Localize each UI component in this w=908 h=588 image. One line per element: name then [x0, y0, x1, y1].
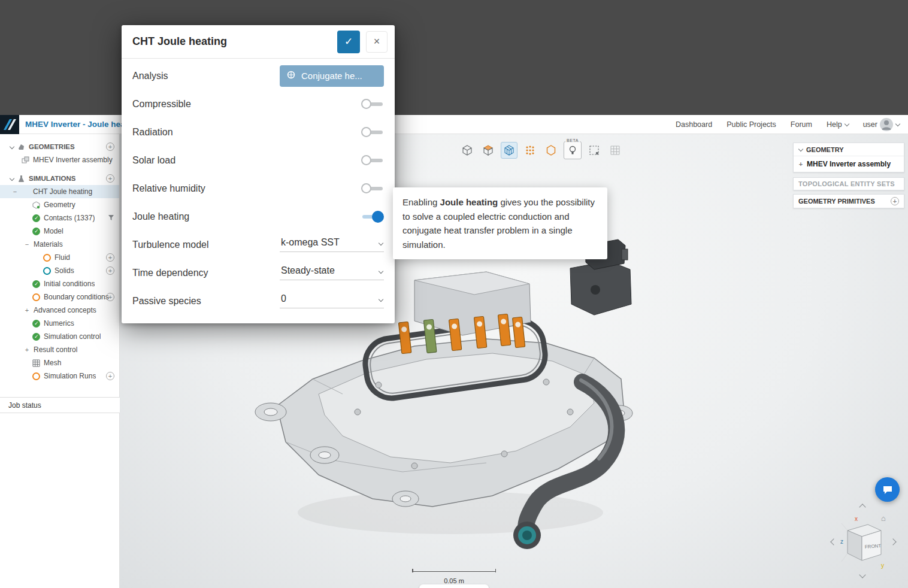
- mesh-clip-icon[interactable]: [607, 142, 624, 159]
- chat-bubble-icon: [882, 484, 894, 496]
- sidebar-item-cht-joule-heating[interactable]: CHT Joule heating: [0, 185, 119, 198]
- user-label: user: [863, 120, 877, 129]
- incomplete-ring-icon: [32, 372, 40, 380]
- sidebar-item-result-control[interactable]: Result control: [0, 343, 119, 356]
- sidebar-item-fluid[interactable]: Fluid: [0, 251, 119, 264]
- cube-front-label: FRONT: [865, 543, 882, 550]
- topological-entity-sets-header[interactable]: TOPOLOGICAL ENTITY SETS: [793, 177, 904, 190]
- check-circle-icon: [32, 214, 40, 222]
- avatar: [880, 118, 893, 131]
- sidebar-item-geometries[interactable]: GEOMETRIES: [0, 140, 119, 153]
- sidebar-item-contacts[interactable]: Contacts (1337): [0, 211, 119, 225]
- compressible-toggle[interactable]: [361, 98, 384, 110]
- sidebar-item-initial-conditions[interactable]: Initial conditions: [0, 277, 119, 290]
- sidebar-item-simulation-control[interactable]: Simulation control: [0, 330, 119, 343]
- simulation-icon: [22, 188, 29, 196]
- chevron-down-icon: [895, 122, 900, 126]
- perspective-cube-icon[interactable]: [459, 142, 476, 159]
- app-logo[interactable]: [0, 115, 19, 134]
- scale-slider[interactable]: [419, 584, 489, 588]
- passive-species-select[interactable]: 0: [280, 293, 384, 308]
- collapse-icon[interactable]: [24, 241, 30, 248]
- geometry-primitives-header[interactable]: GEOMETRY PRIMITIVES: [793, 194, 904, 208]
- rotate-right-icon[interactable]: [891, 539, 897, 545]
- box-select-icon[interactable]: [586, 142, 603, 159]
- nav-forum[interactable]: Forum: [791, 120, 812, 129]
- sidebar-item-simulation-runs[interactable]: Simulation Runs: [0, 369, 119, 383]
- geometry-faces-icon[interactable]: [480, 142, 497, 159]
- rotate-up-icon[interactable]: [859, 503, 865, 509]
- joule-heating-tooltip: Enabling Joule heating gives you the pos…: [393, 187, 607, 259]
- wireframe-hex-icon[interactable]: [543, 142, 559, 159]
- apply-button[interactable]: ✓: [337, 31, 360, 53]
- solar-load-toggle[interactable]: [361, 154, 384, 166]
- expand-icon[interactable]: [24, 346, 30, 353]
- sidebar-item-advanced-concepts[interactable]: Advanced concepts: [0, 304, 119, 317]
- add-solid-button[interactable]: [106, 266, 114, 275]
- chevron-down-icon: [379, 298, 383, 302]
- add-boundary-condition-button[interactable]: [106, 293, 114, 301]
- setting-row-passive-species: Passive species 0: [132, 287, 384, 315]
- point-probe-beta-icon[interactable]: BETA: [564, 141, 582, 159]
- add-simulation-run-button[interactable]: [106, 372, 114, 380]
- passive-species-value: 0: [281, 293, 286, 304]
- dialog-body: Analysis Conjugate he... Compressible Ra…: [122, 59, 395, 315]
- sidebar-item-simulations[interactable]: SIMULATIONS: [0, 172, 119, 185]
- axis-z-label: z: [840, 538, 843, 545]
- chevron-down-icon: [10, 177, 14, 181]
- geometry-panel-header[interactable]: GEOMETRY: [794, 143, 904, 156]
- analysis-type-button[interactable]: Conjugate he...: [280, 65, 384, 87]
- analysis-label: Analysis: [132, 71, 168, 81]
- sidebar-item-solids[interactable]: Solids: [0, 264, 119, 277]
- setting-row-time-dependency: Time dependency Steady-state: [132, 259, 384, 287]
- geometry-section-icon: [17, 143, 25, 151]
- check-circle-icon: [32, 333, 40, 341]
- add-fluid-button[interactable]: [106, 253, 114, 262]
- add-geometry-button[interactable]: [106, 143, 114, 151]
- nav-help[interactable]: Help: [827, 120, 849, 129]
- chevron-down-icon: [798, 147, 803, 151]
- sidebar-item-mhev-inverter-assembly[interactable]: MHEV Inverter assembly: [0, 153, 119, 166]
- nav-public-projects[interactable]: Public Projects: [727, 120, 776, 129]
- screen: MHEV Inverter - Joule heating Dashboard …: [0, 0, 908, 588]
- user-menu[interactable]: user: [863, 118, 900, 131]
- navigation-cube[interactable]: ⌂ FRONT x z y: [830, 502, 898, 581]
- setting-row-relative-humidity: Relative humidity: [132, 174, 384, 202]
- nav-dashboard[interactable]: Dashboard: [676, 120, 712, 129]
- sidebar-item-materials[interactable]: Materials: [0, 238, 119, 251]
- rotate-left-icon[interactable]: [830, 539, 836, 545]
- relative-humidity-toggle[interactable]: [361, 183, 384, 195]
- expand-icon[interactable]: [798, 160, 803, 168]
- scale-bar: [412, 571, 496, 575]
- setting-row-turbulence-model: Turbulence model k-omega SST: [132, 231, 384, 259]
- incomplete-ring-icon: [43, 267, 51, 275]
- expand-icon[interactable]: [24, 307, 30, 314]
- add-primitive-button[interactable]: [891, 197, 899, 205]
- scene-tree-panel: GEOMETRY MHEV Inverter assembly TOPOLOGI…: [793, 143, 904, 208]
- vertices-icon[interactable]: [522, 142, 538, 159]
- joule-heating-toggle[interactable]: [361, 211, 384, 223]
- sidebar-item-boundary-conditions[interactable]: Boundary conditions: [0, 290, 119, 304]
- orientation-cube[interactable]: FRONT x z y: [839, 515, 887, 569]
- assembly-tree-item[interactable]: MHEV Inverter assembly: [794, 156, 904, 172]
- check-circle-icon: [32, 228, 40, 235]
- time-dependency-value: Steady-state: [281, 265, 335, 276]
- filter-funnel-icon[interactable]: [108, 214, 114, 222]
- close-button[interactable]: ×: [366, 31, 388, 53]
- add-simulation-button[interactable]: [106, 174, 114, 183]
- turbulence-model-select[interactable]: k-omega SST: [280, 237, 384, 252]
- collapse-icon[interactable]: [12, 188, 18, 195]
- support-chat-button[interactable]: [875, 477, 900, 502]
- setting-row-compressible: Compressible: [132, 90, 384, 118]
- job-status-panel[interactable]: Job status: [0, 397, 120, 413]
- geometry-icon: [32, 201, 40, 209]
- time-dependency-select[interactable]: Steady-state: [280, 265, 384, 280]
- rotate-down-icon[interactable]: [859, 572, 865, 578]
- radiation-toggle[interactable]: [361, 126, 384, 138]
- simulation-section-icon: [17, 175, 25, 183]
- sidebar-item-geometry[interactable]: Geometry: [0, 198, 119, 211]
- sidebar-item-model[interactable]: Model: [0, 225, 119, 238]
- sidebar-item-mesh[interactable]: Mesh: [0, 356, 119, 369]
- mesh-cube-icon[interactable]: [501, 142, 517, 159]
- sidebar-item-numerics[interactable]: Numerics: [0, 317, 119, 330]
